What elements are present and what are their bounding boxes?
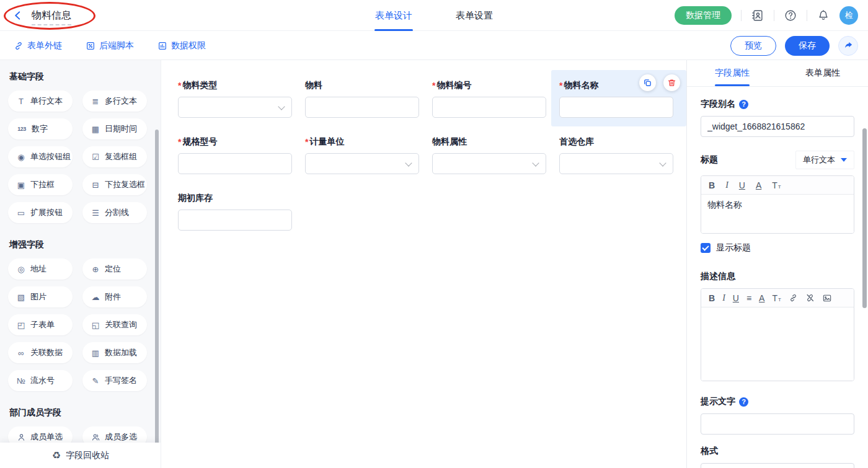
field-widget-material[interactable]: 物料 bbox=[305, 70, 432, 126]
field-widget-initial-stock[interactable]: 期初库存 bbox=[178, 183, 305, 239]
sidebar-item-subform[interactable]: ◰子表单 bbox=[8, 314, 73, 335]
font-size-icon[interactable]: T bbox=[772, 294, 781, 302]
field-label-text: 物料类型 bbox=[182, 80, 217, 91]
share-button[interactable] bbox=[838, 36, 858, 56]
contacts-icon[interactable] bbox=[751, 9, 764, 22]
material-code-input[interactable] bbox=[432, 97, 546, 118]
field-recycle-bin[interactable]: ♻ 字段回收站 bbox=[0, 443, 161, 468]
sidebar-item-attachment[interactable]: ☁附件 bbox=[82, 286, 147, 307]
align-icon[interactable]: ≡ bbox=[746, 294, 751, 302]
item-label: 关联数据 bbox=[30, 347, 63, 358]
sidebar-item-select[interactable]: ▣下拉框 bbox=[8, 174, 73, 195]
tab-form-design[interactable]: 表单设计 bbox=[375, 0, 412, 31]
title-type-select[interactable]: 单行文本 bbox=[795, 151, 854, 169]
bold-icon[interactable]: B bbox=[709, 181, 715, 190]
field-widget-preferred-warehouse[interactable]: 首选仓库 bbox=[559, 126, 686, 183]
multi-line-text-icon: ≣ bbox=[91, 97, 100, 106]
sidebar-item-linked-query[interactable]: ◱关联查询 bbox=[82, 314, 147, 335]
title-content-input[interactable]: 物料名称 bbox=[701, 195, 854, 233]
linked-data-icon: ∞ bbox=[16, 348, 26, 358]
backend-script[interactable]: 后端脚本 bbox=[86, 40, 134, 51]
question-badge-icon[interactable]: ? bbox=[739, 397, 748, 407]
field-widget-spec-model[interactable]: 规格型号 bbox=[178, 126, 305, 183]
tip-text-input[interactable] bbox=[701, 413, 854, 435]
tab-field-properties[interactable]: 字段属性 bbox=[687, 60, 777, 86]
underline-icon[interactable]: U bbox=[733, 294, 739, 302]
insert-link-icon[interactable] bbox=[789, 293, 798, 302]
sidebar-item-linked-data[interactable]: ∞关联数据 bbox=[8, 342, 73, 363]
remove-link-icon[interactable] bbox=[805, 293, 815, 302]
field-widget-material-name[interactable]: 物料名称 bbox=[551, 70, 686, 126]
tab-form-properties[interactable]: 表单属性 bbox=[777, 60, 868, 86]
sidebar-item-checkbox-group[interactable]: ☑复选框组 bbox=[82, 146, 147, 167]
form-external-link[interactable]: 表单外链 bbox=[14, 40, 62, 51]
unit-select[interactable] bbox=[305, 153, 419, 174]
bold-icon[interactable]: B bbox=[709, 294, 715, 302]
form-toolbar: 表单外链 后端脚本 数据权限 预览 保存 bbox=[0, 32, 868, 60]
material-input[interactable] bbox=[305, 97, 419, 118]
italic-icon[interactable]: I bbox=[725, 181, 728, 190]
bell-icon[interactable] bbox=[817, 9, 830, 22]
sidebar-item-location[interactable]: ⊕定位 bbox=[82, 258, 147, 280]
field-widget-material-attr[interactable]: 物料属性 bbox=[432, 126, 559, 183]
field-widget-material-type[interactable]: 物料类型 bbox=[178, 70, 305, 126]
sidebar-item-multi-line-text[interactable]: ≣多行文本 bbox=[82, 91, 147, 112]
italic-icon[interactable]: I bbox=[722, 294, 725, 302]
field-alias-input[interactable] bbox=[701, 116, 854, 137]
sidebar-item-single-line-text[interactable]: T单行文本 bbox=[8, 91, 73, 112]
item-label: 成员单选 bbox=[30, 431, 63, 443]
field-widget-material-code[interactable]: 物料编号 bbox=[432, 70, 559, 126]
field-label-text: 物料编号 bbox=[436, 80, 471, 91]
attachment-icon: ☁ bbox=[91, 293, 100, 302]
sidebar-item-data-load[interactable]: ▥数据加载 bbox=[82, 342, 147, 363]
spec-model-input[interactable] bbox=[178, 153, 292, 174]
delete-field-button[interactable] bbox=[663, 74, 680, 91]
underline-icon[interactable]: U bbox=[739, 181, 745, 190]
serial-number-icon: № bbox=[16, 376, 26, 386]
page-title[interactable]: 物料信息 bbox=[32, 9, 71, 22]
font-size-icon[interactable]: T bbox=[772, 181, 781, 190]
save-button[interactable]: 保存 bbox=[785, 36, 830, 56]
field-label: 物料编号 bbox=[432, 80, 554, 91]
material-type-select[interactable] bbox=[178, 97, 292, 118]
show-title-label: 显示标题 bbox=[716, 242, 751, 254]
format-select[interactable]: 无 bbox=[701, 463, 854, 468]
material-name-input[interactable] bbox=[559, 97, 673, 118]
form-design-canvas[interactable]: 物料类型 物料 物料编号 物料名称 规格型号 bbox=[161, 60, 687, 468]
initial-stock-input[interactable] bbox=[178, 210, 292, 231]
data-permission[interactable]: 数据权限 bbox=[157, 40, 206, 51]
back-icon[interactable] bbox=[12, 10, 24, 21]
sidebar-item-number[interactable]: 123数字 bbox=[8, 118, 73, 139]
sidebar-item-divider[interactable]: ☰分割线 bbox=[82, 202, 147, 223]
field-widget-unit[interactable]: 计量单位 bbox=[305, 126, 432, 183]
sidebar-item-datetime[interactable]: ▦日期时间 bbox=[82, 118, 147, 139]
sidebar-item-serial-number[interactable]: №流水号 bbox=[8, 370, 73, 391]
copy-field-button[interactable] bbox=[639, 74, 656, 91]
sidebar-scrollbar[interactable] bbox=[155, 130, 159, 468]
inspector-scrollbar[interactable] bbox=[862, 128, 867, 308]
material-attr-select[interactable] bbox=[432, 153, 546, 174]
preview-label: 预览 bbox=[745, 40, 762, 50]
sidebar-item-address[interactable]: ◎地址 bbox=[8, 258, 73, 280]
question-badge-icon[interactable]: ? bbox=[739, 100, 748, 109]
sidebar-item-signature[interactable]: ✎手写签名 bbox=[82, 370, 147, 391]
description-content-input[interactable] bbox=[701, 307, 854, 381]
sidebar-item-radio-group[interactable]: ◉单选按钮组 bbox=[8, 146, 73, 167]
font-color-icon[interactable]: A bbox=[759, 294, 764, 302]
help-icon[interactable] bbox=[784, 9, 797, 22]
tab-form-settings[interactable]: 表单设置 bbox=[456, 0, 493, 31]
data-manage-button[interactable]: 数据管理 bbox=[675, 6, 732, 25]
sidebar-item-multi-select[interactable]: ⊟下拉复选框 bbox=[82, 174, 147, 195]
preferred-warehouse-select[interactable] bbox=[559, 153, 673, 174]
field-library-sidebar: 基础字段 T单行文本 ≣多行文本 123数字 ▦日期时间 ◉单选按钮组 ☑复选框… bbox=[0, 60, 161, 468]
sidebar-item-image[interactable]: ▧图片 bbox=[8, 286, 73, 307]
trash-icon bbox=[667, 78, 676, 87]
font-color-icon[interactable]: A bbox=[756, 181, 761, 190]
insert-image-icon[interactable] bbox=[822, 293, 832, 303]
preview-button[interactable]: 预览 bbox=[730, 36, 776, 56]
sidebar-item-extend-button[interactable]: ▭扩展按钮 bbox=[8, 202, 73, 223]
avatar[interactable]: 检 bbox=[839, 6, 858, 25]
item-label: 流水号 bbox=[30, 375, 55, 386]
show-title-checkbox[interactable] bbox=[701, 243, 711, 253]
calendar-icon: ▦ bbox=[91, 125, 100, 134]
